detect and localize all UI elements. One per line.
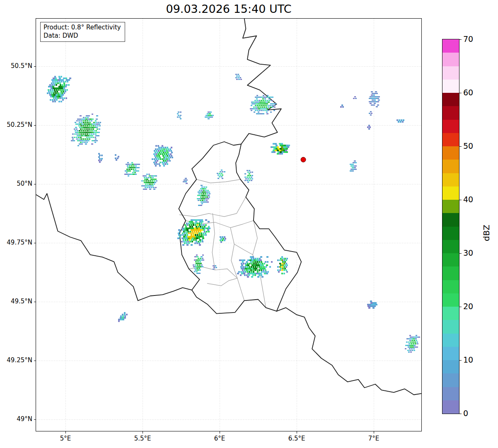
colorbar-segment <box>442 266 459 280</box>
y-tick-label: 49.25°N <box>0 356 32 364</box>
colorbar-tick-label: 60 <box>463 88 473 97</box>
colorbar-tick-label: 30 <box>463 248 473 257</box>
radar-figure: 09.03.2026 15:40 UTC Product: 0.8° Refle… <box>0 0 498 448</box>
colorbar-segment <box>442 253 459 266</box>
y-tick-mark <box>34 361 36 361</box>
x-tick-mark <box>374 431 374 433</box>
product-annotation: Product: 0.8° Reflectivity Data: DWD <box>40 22 125 42</box>
colorbar-tick-mark <box>459 253 462 254</box>
y-tick-mark <box>34 184 36 184</box>
colorbar-tick-label: 20 <box>463 302 473 311</box>
product-label: Product: 0.8° Reflectivity <box>44 24 121 32</box>
colorbar-segment <box>442 93 459 106</box>
x-tick-label: 6.5°E <box>280 435 313 442</box>
colorbar-segment <box>442 293 459 307</box>
x-tick-label: 7°E <box>357 435 390 442</box>
y-tick-label: 49.75°N <box>0 239 32 246</box>
y-tick-mark <box>34 243 36 243</box>
colorbar-segment <box>442 106 459 119</box>
colorbar-segment <box>442 213 459 226</box>
colorbar-segment <box>442 307 459 320</box>
x-tick-mark <box>297 431 297 433</box>
x-tick-label: 6°E <box>203 435 236 442</box>
colorbar-segment <box>442 120 459 133</box>
colorbar-tick-mark <box>459 307 462 307</box>
colorbar-tick-label: 50 <box>463 141 473 150</box>
colorbar-tick-label: 40 <box>463 195 473 204</box>
colorbar-segment <box>442 200 459 213</box>
data-source-label: Data: DWD <box>44 32 121 40</box>
figure-title: 09.03.2026 15:40 UTC <box>36 2 421 15</box>
colorbar-segment <box>442 39 459 53</box>
colorbar-tick-label: 70 <box>463 34 473 44</box>
colorbar-segment <box>442 53 459 66</box>
map-canvas <box>36 19 421 431</box>
y-tick-mark <box>34 125 36 126</box>
colorbar-segment <box>442 160 459 173</box>
colorbar-tick-mark <box>459 39 462 40</box>
colorbar-tick-mark <box>459 200 462 200</box>
colorbar-segment <box>442 186 459 200</box>
y-tick-label: 50.25°N <box>0 121 32 128</box>
colorbar-segment <box>442 400 459 414</box>
colorbar-segment <box>442 66 459 80</box>
colorbar-segment <box>442 347 459 360</box>
colorbar-segment <box>442 227 459 240</box>
colorbar-segment <box>442 373 459 387</box>
colorbar-segment <box>442 80 459 93</box>
colorbar-tick-mark <box>459 414 462 414</box>
colorbar-segment <box>442 133 459 146</box>
colorbar-tick-mark <box>459 360 462 361</box>
y-tick-label: 49.5°N <box>0 298 32 305</box>
x-tick-mark <box>143 431 143 433</box>
x-tick-label: 5°E <box>49 435 82 442</box>
y-tick-mark <box>34 302 36 302</box>
colorbar-tick-label: 10 <box>463 355 473 364</box>
y-tick-label: 49°N <box>0 415 32 423</box>
y-tick-mark <box>34 66 36 67</box>
colorbar-label: dBZ <box>474 220 498 245</box>
x-tick-label: 5.5°E <box>126 435 159 442</box>
colorbar <box>442 39 459 414</box>
colorbar-segment <box>442 173 459 186</box>
y-tick-mark <box>34 419 36 420</box>
colorbar-segment <box>442 360 459 373</box>
colorbar-segment <box>442 146 459 160</box>
y-tick-label: 50°N <box>0 180 32 187</box>
map-plot: Product: 0.8° Reflectivity Data: DWD <box>36 18 422 431</box>
colorbar-segment <box>442 387 459 400</box>
colorbar-segment <box>442 280 459 293</box>
colorbar-tick-mark <box>459 146 462 147</box>
y-tick-label: 50.5°N <box>0 62 32 70</box>
x-tick-mark <box>220 431 220 433</box>
colorbar-segment <box>442 240 459 253</box>
colorbar-segment <box>442 320 459 333</box>
colorbar-tick-label: 0 <box>463 409 468 418</box>
x-tick-mark <box>65 431 66 433</box>
colorbar-tick-mark <box>459 93 462 93</box>
colorbar-segment <box>442 334 459 347</box>
